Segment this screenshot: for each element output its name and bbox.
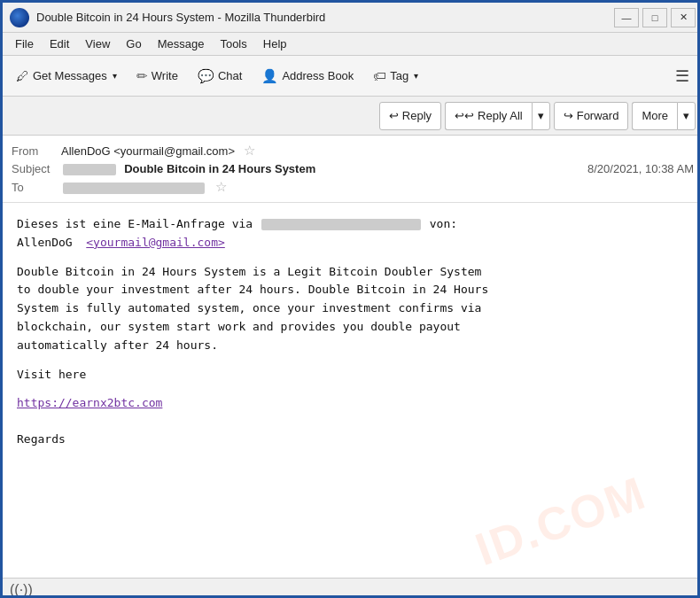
window-title: Double Bitcoin in 24 Hours System - Mozi… <box>36 11 614 24</box>
more-dropdown-button[interactable]: ▾ <box>677 102 696 130</box>
menu-tools[interactable]: Tools <box>213 35 253 52</box>
visit-here-paragraph: Visit here <box>17 366 688 384</box>
email-body: Dieses ist eine E-Mail-Anfrage via von: … <box>3 203 700 540</box>
minimize-button[interactable]: — <box>614 8 639 27</box>
hamburger-menu-button[interactable]: ☰ <box>667 61 697 91</box>
statusbar: ((·)) <box>3 578 700 598</box>
link-paragraph: https://earnx2btc.com <box>17 394 688 413</box>
to-label: To <box>12 181 61 194</box>
tag-dropdown-icon[interactable]: ▾ <box>414 71 418 81</box>
status-icon: ((·)) <box>10 582 33 598</box>
reply-all-button[interactable]: ↩↩ Reply All <box>445 102 532 130</box>
menubar: File Edit View Go Message Tools Help <box>3 33 700 56</box>
chat-button[interactable]: 💬 Chat <box>190 61 250 91</box>
to-blurred <box>63 183 205 194</box>
menu-message[interactable]: Message <box>151 35 212 52</box>
menu-go[interactable]: Go <box>119 35 148 52</box>
subject-prefix <box>63 164 116 175</box>
main-toolbar: 🖊 Get Messages ▾ ✏ Write 💬 Chat 👤 Addres… <box>3 56 700 97</box>
reply-icon: ↩ <box>389 109 399 122</box>
forward-button[interactable]: ↪ Forward <box>554 102 629 130</box>
maximize-button[interactable]: □ <box>642 8 667 27</box>
menu-view[interactable]: View <box>78 35 117 52</box>
reply-all-icon: ↩↩ <box>455 109 474 122</box>
reply-all-dropdown-button[interactable]: ▾ <box>532 102 550 130</box>
tag-icon: 🏷 <box>373 68 386 83</box>
regards-paragraph: Regards <box>17 431 688 449</box>
from-star-icon[interactable]: ☆ <box>244 143 255 158</box>
menu-help[interactable]: Help <box>256 35 294 52</box>
to-row: To ☆ <box>12 177 694 197</box>
subject-label: Subject <box>12 162 61 175</box>
forward-icon: ↪ <box>564 109 573 122</box>
chat-icon: 💬 <box>198 68 214 84</box>
write-button[interactable]: ✏ Write <box>128 61 186 91</box>
write-icon: ✏ <box>136 68 148 84</box>
main-paragraph: Double Bitcoin in 24 Hours System is a L… <box>17 263 688 355</box>
sender-email-link[interactable]: <yourmail@gmail.com> <box>86 236 225 249</box>
menu-file[interactable]: File <box>8 35 41 52</box>
close-button[interactable]: ✕ <box>671 8 696 27</box>
intro-paragraph: Dieses ist eine E-Mail-Anfrage via von: … <box>17 215 688 252</box>
from-value: AllenDoG <yourmail@gmail.com> ☆ <box>61 143 694 159</box>
tag-button[interactable]: 🏷 Tag ▾ <box>365 61 426 91</box>
window-controls: — □ ✕ <box>614 8 696 27</box>
get-messages-button[interactable]: 🖊 Get Messages ▾ <box>8 61 125 91</box>
more-button[interactable]: More <box>632 102 677 130</box>
bitcoin-site-link[interactable]: https://earnx2btc.com <box>17 396 162 409</box>
subject-text: Double Bitcoin in 24 Hours System <box>124 162 315 175</box>
subject-value: Double Bitcoin in 24 Hours System <box>61 162 587 175</box>
email-date: 8/20/2021, 10:38 AM <box>587 162 694 175</box>
get-messages-icon: 🖊 <box>16 68 29 83</box>
from-name: AllenDoG <yourmail@gmail.com> <box>61 144 235 158</box>
from-row: From AllenDoG <yourmail@gmail.com> ☆ <box>12 141 694 160</box>
to-star-icon[interactable]: ☆ <box>215 179 227 194</box>
reply-all-group: ↩↩ Reply All ▾ <box>445 102 550 130</box>
from-label: From <box>12 144 61 158</box>
titlebar: Double Bitcoin in 24 Hours System - Mozi… <box>3 3 700 33</box>
email-header: From AllenDoG <yourmail@gmail.com> ☆ Sub… <box>3 136 700 203</box>
menu-edit[interactable]: Edit <box>43 35 76 52</box>
get-messages-dropdown-icon[interactable]: ▾ <box>113 71 117 81</box>
blurred-url <box>261 219 421 230</box>
app-logo <box>10 8 29 27</box>
to-value: ☆ <box>61 179 694 195</box>
address-book-button[interactable]: 👤 Address Book <box>253 61 362 91</box>
reply-button[interactable]: ↩ Reply <box>379 102 441 130</box>
more-group: More ▾ <box>632 102 696 130</box>
subject-row: Subject Double Bitcoin in 24 Hours Syste… <box>12 160 694 177</box>
address-book-icon: 👤 <box>261 68 278 84</box>
action-toolbar: ↩ Reply ↩↩ Reply All ▾ ↪ Forward More ▾ <box>3 97 700 136</box>
